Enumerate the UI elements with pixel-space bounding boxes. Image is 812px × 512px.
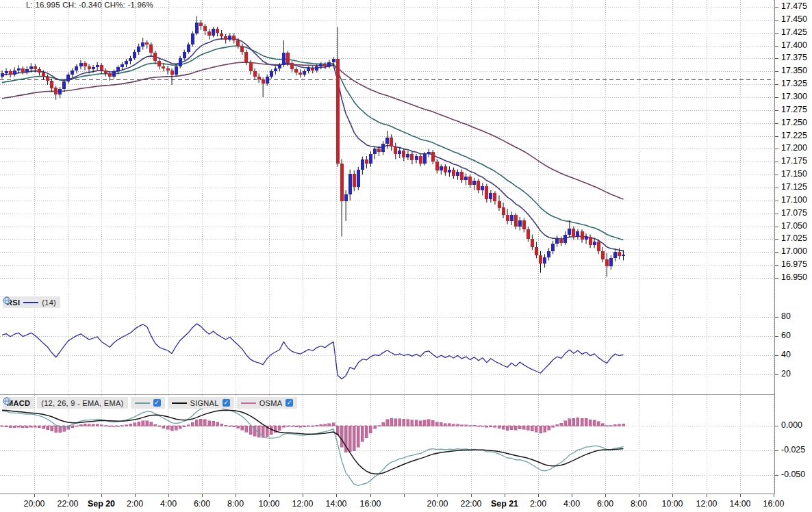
y-axis-tick: [775, 33, 778, 34]
time-axis-tick: [370, 494, 371, 497]
rsi-legend-chip[interactable]: RSI (14): [3, 296, 60, 308]
y-axis-tick: [775, 110, 778, 111]
macd-legend-params-chip[interactable]: (12, 26, 9 - EMA, EMA): [37, 397, 127, 409]
time-axis-tick: [774, 494, 774, 497]
time-axis-tick: [269, 494, 270, 497]
time-axis-tick: [236, 494, 236, 497]
y-axis-tick: [775, 84, 778, 85]
y-axis-tick: [775, 426, 778, 426]
price-chart-canvas[interactable]: [0, 0, 774, 294]
time-axis-tick: [707, 494, 707, 497]
y-axis-tick: [775, 188, 778, 188]
time-axis[interactable]: 20:0022:00Sep 202:004:006:008:0010:0012:…: [0, 494, 812, 512]
time-axis-tick: [605, 494, 606, 497]
y-axis-tick: [775, 123, 778, 124]
time-axis-tick: [538, 494, 539, 497]
time-axis-tick: [101, 494, 102, 497]
y-axis-tick: [775, 136, 778, 137]
y-axis-tick: [775, 278, 778, 279]
y-axis-label: 17.150: [781, 169, 807, 179]
osma-series-toggle[interactable]: OSMA: [237, 397, 298, 409]
y-axis-label: 17.425: [781, 27, 807, 37]
y-axis-tick: [775, 20, 778, 21]
osma-series-checkbox[interactable]: [286, 399, 293, 407]
time-axis-tick: [135, 494, 136, 497]
y-axis-tick: [775, 336, 778, 337]
y-axis-label: 17.075: [781, 208, 807, 218]
y-axis-label: 17.025: [781, 233, 807, 243]
time-axis-label: 16:00: [753, 499, 794, 509]
y-axis-tick: [775, 97, 778, 98]
y-axis-tick: [775, 374, 778, 375]
time-axis-tick: [34, 494, 35, 497]
macd-chart-canvas[interactable]: [0, 395, 774, 494]
y-axis-label: 80: [781, 311, 791, 321]
time-axis-tick: [404, 494, 405, 497]
y-axis-label: 17.125: [781, 182, 807, 192]
macd-legend: MACD (12, 26, 9 - EMA, EMA) SIGNAL: [3, 397, 297, 409]
y-axis-label: 16.950: [781, 272, 807, 282]
y-axis-label: 60: [781, 331, 791, 340]
time-axis-tick: [202, 494, 203, 497]
y-axis-label: -0.025: [781, 445, 805, 455]
y-axis-tick: [775, 214, 778, 214]
time-axis-tick: [639, 494, 639, 497]
y-axis-label: 17.175: [781, 156, 807, 166]
y-axis-label: 17.475: [781, 1, 807, 11]
osma-series-label: OSMA: [259, 399, 283, 407]
y-axis-label: 17.400: [781, 40, 807, 50]
time-axis-tick: [672, 494, 673, 497]
time-axis-tick: [437, 494, 438, 497]
macd-line-sample: [135, 402, 150, 404]
time-axis-tick: [471, 494, 472, 497]
rsi-chart-canvas[interactable]: [0, 294, 774, 394]
rsi-legend-params: (14): [42, 298, 56, 307]
time-axis-tick: [505, 494, 505, 497]
y-axis-label: 16.975: [781, 259, 807, 269]
y-axis-label: 17.325: [781, 79, 807, 88]
y-axis-label: 17.200: [781, 143, 807, 153]
macd-series-checkbox[interactable]: [153, 399, 161, 407]
y-axis-label: 0.000: [781, 420, 802, 430]
macd-legend-params: (12, 26, 9 - EMA, EMA): [41, 399, 123, 407]
y-axis-label: 17.250: [781, 118, 807, 127]
time-axis-tick: [336, 494, 337, 497]
rsi-settings-globe-icon[interactable]: [3, 296, 11, 305]
y-axis-tick: [775, 265, 778, 266]
y-axis-label: 20: [781, 369, 791, 379]
y-axis-label: 17.300: [781, 92, 807, 101]
y-axis-label: -0.050: [781, 470, 805, 479]
y-axis-label: 40: [781, 350, 791, 359]
y-axis-tick: [775, 450, 778, 451]
trading-chart-app: L: 16.995 CH: -0.340 CH%: -1.96% RSI (14…: [0, 0, 812, 512]
y-axis-tick: [775, 71, 778, 72]
rsi-line-sample: [23, 302, 38, 303]
y-axis-tick: [775, 7, 778, 8]
y-axis-label: 17.350: [781, 66, 807, 75]
y-axis-tick: [775, 58, 778, 59]
quote-stats-label: L: 16.995 CH: -0.340 CH%: -1.96%: [26, 1, 153, 9]
time-axis-tick: [168, 494, 169, 497]
y-axis-tick: [775, 252, 778, 253]
signal-series-label: SIGNAL: [190, 399, 219, 407]
price-panel: L: 16.995 CH: -0.340 CH%: -1.96%: [0, 0, 774, 295]
time-axis-tick: [572, 494, 572, 497]
rsi-legend: RSI (14): [3, 296, 60, 308]
y-axis-tick: [775, 317, 778, 318]
macd-panel: MACD (12, 26, 9 - EMA, EMA) SIGNAL: [0, 395, 774, 494]
y-axis-tick: [775, 162, 778, 162]
time-axis-tick: [740, 494, 741, 497]
signal-series-checkbox[interactable]: [223, 399, 230, 407]
y-axis-label: 17.275: [781, 105, 807, 114]
osma-line-sample: [241, 402, 256, 404]
value-axis[interactable]: 17.47517.45017.42517.40017.37517.35017.3…: [774, 0, 812, 494]
macd-settings-globe-icon[interactable]: [3, 397, 11, 405]
signal-line-sample: [172, 402, 187, 404]
y-axis-label: 17.450: [781, 14, 807, 24]
y-axis-label: 17.225: [781, 131, 807, 140]
y-axis-tick: [775, 149, 778, 149]
macd-series-toggle[interactable]: [131, 397, 165, 409]
y-axis-tick: [775, 475, 778, 476]
y-axis-tick: [775, 201, 778, 201]
signal-series-toggle[interactable]: SIGNAL: [168, 397, 234, 409]
